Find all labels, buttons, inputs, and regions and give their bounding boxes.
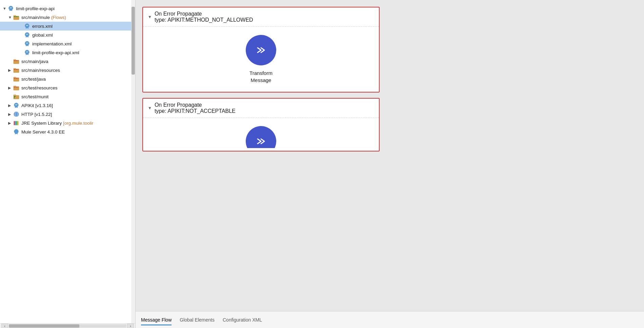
flow-block-subtitle-2: type: APIKIT:NOT_ACCEPTABLE — [155, 108, 236, 114]
tree-inner[interactable]: ▼ limit-profile-exp-api ▼ — [0, 3, 135, 321]
expand-arrow: ▼ — [3, 6, 7, 11]
tree-item-src-test-resources[interactable]: ▶ src/test/resources — [0, 83, 135, 92]
bottom-tabs-bar: Message Flow Global Elements Configurati… — [136, 311, 644, 328]
svg-rect-16 — [14, 77, 16, 78]
svg-rect-9 — [18, 60, 19, 61]
tree-item-src-test-java[interactable]: src/test/java — [0, 75, 135, 83]
svg-rect-17 — [14, 78, 16, 79]
svg-rect-35 — [15, 121, 16, 125]
flow-block-subtitle-1: type: APIKIT:METHOD_NOT_ALLOWED — [155, 17, 253, 23]
tab-global-elements[interactable]: Global Elements — [180, 316, 215, 324]
errors-xml-label: errors.xml — [32, 24, 53, 29]
svg-rect-6 — [14, 60, 16, 61]
transform-icon-circle-1 — [246, 35, 276, 65]
expand-arrow-jre: ▶ — [8, 121, 13, 125]
tree-item-mule-server[interactable]: Mule Server 4.3.0 EE — [0, 127, 135, 136]
folder-icon-test-java — [13, 76, 20, 82]
svg-rect-7 — [14, 60, 16, 61]
src-main-resources-label: src/main/resources — [21, 68, 60, 73]
vertical-scrollbar-track[interactable] — [131, 0, 135, 323]
http-label: HTTP [v1.5.22] — [21, 112, 52, 117]
flow-block-header-1: ▼ On Error Propagate type: APIKIT:METHOD… — [143, 7, 379, 27]
transform-message-card-2[interactable] — [246, 126, 276, 148]
expand-arrow-apikit: ▶ — [8, 103, 13, 108]
transform-svg-1 — [253, 42, 269, 59]
library-icon-jre — [13, 120, 20, 126]
vertical-scrollbar-thumb[interactable] — [132, 7, 135, 75]
flow-block-not-acceptable: ▼ On Error Propagate type: APIKIT:NOT_AC… — [142, 98, 380, 151]
tree-item-implementation-xml[interactable]: implementation.xml — [0, 39, 135, 48]
src-main-java-label: src/main/java — [21, 59, 48, 64]
scroll-thumb[interactable] — [9, 324, 79, 328]
mule-icon-errors — [24, 23, 31, 29]
tree-container: ▼ limit-profile-exp-api ▼ — [0, 0, 135, 323]
bottom-scrollbar[interactable]: ‹ › — [0, 323, 135, 328]
svg-rect-26 — [14, 95, 16, 96]
jre-suffix: [org.mule.toolir — [63, 121, 93, 126]
tree-item-apikit[interactable]: ▶ APIKit [v1.3.16] — [0, 101, 135, 110]
tree-item-errors-xml[interactable]: errors.xml — [0, 22, 135, 30]
folder-icon-mule — [13, 14, 20, 21]
transform-svg-2 — [253, 133, 269, 148]
flow-block-content-1: Transform Message — [143, 27, 379, 92]
collapse-arrow-2[interactable]: ▼ — [148, 106, 152, 110]
svg-rect-14 — [18, 69, 19, 70]
canvas-area[interactable]: ▼ On Error Propagate type: APIKIT:METHOD… — [136, 0, 644, 311]
tree-item-src-main-resources[interactable]: ▶ src/main/resources — [0, 66, 135, 75]
global-xml-label: global.xml — [32, 33, 53, 38]
svg-rect-22 — [14, 87, 16, 87]
right-panel: ▼ On Error Propagate type: APIKIT:METHOD… — [136, 0, 644, 328]
scroll-left-btn[interactable]: ‹ — [1, 324, 8, 328]
flow-block-title-1: On Error Propagate — [155, 11, 253, 17]
tab-configuration-xml[interactable]: Configuration XML — [223, 316, 262, 324]
collapse-arrow-1[interactable]: ▼ — [148, 15, 152, 19]
tree-item-src-main-mule[interactable]: ▼ src/main/mule (Flows) — [0, 13, 135, 22]
tab-message-flow[interactable]: Message Flow — [141, 316, 172, 324]
mule-icon-apikit — [13, 102, 20, 109]
tree-item-limit-profile-xml[interactable]: limit-profile-exp-api.xml — [0, 48, 135, 57]
src-test-munit-label: src/test/munit — [21, 94, 48, 99]
svg-rect-36 — [16, 121, 17, 125]
tree-item-global-xml[interactable]: global.xml — [0, 30, 135, 39]
tree-item-src-main-java[interactable]: src/main/java — [0, 57, 135, 66]
limit-xml-label: limit-profile-exp-api.xml — [32, 50, 79, 55]
svg-rect-1 — [14, 16, 16, 17]
mule-icon-global — [24, 32, 31, 38]
svg-rect-19 — [18, 78, 19, 79]
flow-block-header-2: ▼ On Error Propagate type: APIKIT:NOT_AC… — [143, 99, 379, 118]
expand-arrow-mule: ▼ — [8, 15, 13, 19]
svg-rect-37 — [18, 121, 19, 125]
tree-item-jre[interactable]: ▶ JRE System Library [org.mule.toolir — [0, 119, 135, 127]
mule-icon-limit — [24, 49, 31, 56]
flow-block-method-not-allowed: ▼ On Error Propagate type: APIKIT:METHOD… — [142, 7, 380, 93]
implementation-xml-label: implementation.xml — [32, 41, 72, 46]
flow-block-title-2: On Error Propagate — [155, 102, 236, 108]
tree-item-root[interactable]: ▼ limit-profile-exp-api — [0, 4, 135, 13]
left-panel: ▼ limit-profile-exp-api ▼ — [0, 0, 136, 328]
root-label: limit-profile-exp-api — [16, 6, 133, 11]
expand-arrow-http: ▶ — [8, 112, 13, 117]
globe-icon-http — [13, 111, 20, 118]
src-test-java-label: src/test/java — [21, 77, 46, 82]
jre-label: JRE System Library [org.mule.toolir — [21, 121, 93, 126]
folder-icon-munit — [13, 93, 20, 100]
src-main-mule-label: src/main/mule (Flows) — [21, 15, 66, 20]
scroll-track[interactable] — [9, 324, 126, 328]
svg-rect-23 — [16, 87, 17, 87]
svg-rect-8 — [16, 60, 17, 61]
expand-arrow-test-resources: ▶ — [8, 86, 13, 90]
mule-icon — [7, 5, 14, 12]
svg-rect-4 — [18, 16, 19, 17]
svg-rect-18 — [16, 78, 17, 79]
transform-message-card-1[interactable]: Transform Message — [246, 35, 276, 84]
tree-item-src-test-munit[interactable]: src/test/munit — [0, 92, 135, 101]
svg-rect-12 — [14, 69, 16, 70]
transform-icon-circle-2 — [246, 126, 276, 148]
apikit-label: APIKit [v1.3.16] — [21, 103, 53, 108]
svg-rect-13 — [16, 69, 17, 70]
transform-label-1: Transform Message — [249, 69, 273, 84]
svg-rect-11 — [14, 68, 16, 69]
svg-rect-27 — [14, 96, 15, 98]
scroll-right-btn[interactable]: › — [127, 324, 134, 328]
tree-item-http[interactable]: ▶ HTTP [v1.5.22] — [0, 110, 135, 119]
